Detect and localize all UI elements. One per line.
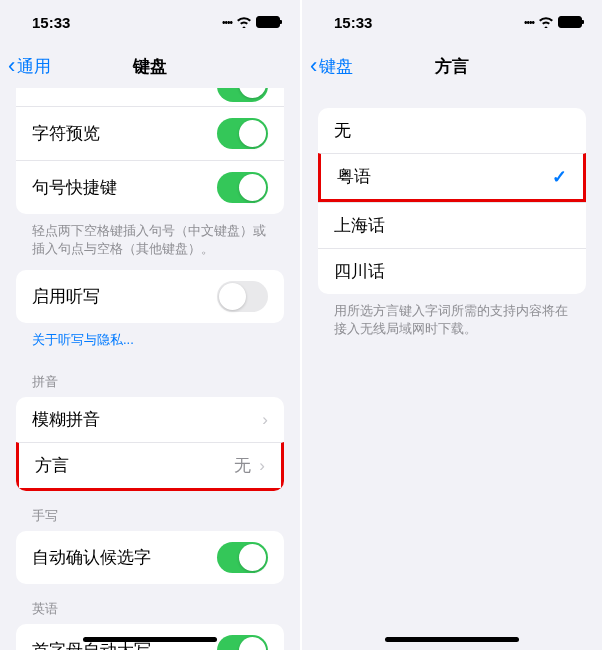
screen-dialect-select: 15:33 •••• ‹ 键盘 方言 无 粤语 ✓ 上海话 四川话 bbox=[302, 0, 602, 650]
chevron-left-icon: ‹ bbox=[310, 53, 317, 79]
toggle-period-shortcut[interactable] bbox=[217, 172, 268, 203]
option-none[interactable]: 无 bbox=[318, 108, 586, 153]
home-indicator[interactable] bbox=[83, 637, 217, 642]
label-char-preview: 字符预览 bbox=[32, 122, 100, 145]
page-title: 键盘 bbox=[133, 55, 167, 78]
label-none: 无 bbox=[334, 119, 351, 142]
label-fuzzy-pinyin: 模糊拼音 bbox=[32, 408, 100, 431]
screen-keyboard-settings: 15:33 •••• ‹ 通用 键盘 字符预览 句号快捷键 bbox=[0, 0, 300, 650]
dictation-privacy-link[interactable]: 关于听写与隐私... bbox=[0, 323, 300, 357]
battery-icon bbox=[558, 16, 582, 28]
chevron-right-icon: › bbox=[259, 456, 265, 476]
group-pinyin: 模糊拼音 › 方言 无 › bbox=[16, 397, 284, 491]
back-button[interactable]: ‹ 键盘 bbox=[310, 53, 353, 79]
group-general: 字符预览 句号快捷键 bbox=[16, 88, 284, 214]
status-icons: •••• bbox=[524, 16, 582, 28]
toggle-enable-dictation[interactable] bbox=[217, 281, 268, 312]
row-auto-confirm: 自动确认候选字 bbox=[16, 531, 284, 584]
label-dialect: 方言 bbox=[35, 454, 69, 477]
nav-bar: ‹ 通用 键盘 bbox=[0, 44, 300, 88]
page-title: 方言 bbox=[435, 55, 469, 78]
cellular-icon: •••• bbox=[222, 17, 232, 28]
note-dialect: 用所选方言键入字词所需的支持内容将在接入无线局域网时下载。 bbox=[302, 294, 602, 350]
chevron-right-icon: › bbox=[262, 410, 268, 430]
cellular-icon: •••• bbox=[524, 17, 534, 28]
status-time: 15:33 bbox=[32, 14, 70, 31]
row-period-shortcut: 句号快捷键 bbox=[16, 160, 284, 214]
group-dictation: 启用听写 bbox=[16, 270, 284, 323]
option-shanghainese[interactable]: 上海话 bbox=[318, 202, 586, 248]
label-sichuanese: 四川话 bbox=[334, 260, 385, 283]
value-dialect: 无 bbox=[234, 454, 251, 477]
chevron-left-icon: ‹ bbox=[8, 53, 15, 79]
battery-icon bbox=[256, 16, 280, 28]
group-handwriting: 自动确认候选字 bbox=[16, 531, 284, 584]
nav-bar: ‹ 键盘 方言 bbox=[302, 44, 602, 88]
wifi-icon bbox=[236, 16, 252, 28]
toggle-auto-cap[interactable] bbox=[217, 635, 268, 650]
option-sichuanese[interactable]: 四川话 bbox=[318, 248, 586, 294]
toggle-char-preview[interactable] bbox=[217, 118, 268, 149]
checkmark-icon: ✓ bbox=[552, 166, 567, 188]
label-period-shortcut: 句号快捷键 bbox=[32, 176, 117, 199]
label-shanghainese: 上海话 bbox=[334, 214, 385, 237]
header-english: 英语 bbox=[0, 584, 300, 624]
row-fuzzy-pinyin[interactable]: 模糊拼音 › bbox=[16, 397, 284, 442]
status-icons: •••• bbox=[222, 16, 280, 28]
content: 字符预览 句号快捷键 轻点两下空格键插入句号（中文键盘）或插入句点与空格（其他键… bbox=[0, 88, 300, 650]
row-dialect[interactable]: 方言 无 › bbox=[16, 442, 284, 491]
toggle-auto-confirm[interactable] bbox=[217, 542, 268, 573]
toggle-peek[interactable] bbox=[217, 88, 268, 102]
label-auto-confirm: 自动确认候选字 bbox=[32, 546, 151, 569]
label-cantonese: 粤语 bbox=[337, 165, 371, 188]
back-label: 通用 bbox=[17, 55, 51, 78]
label-enable-dictation: 启用听写 bbox=[32, 285, 100, 308]
header-handwriting: 手写 bbox=[0, 491, 300, 531]
header-pinyin: 拼音 bbox=[0, 357, 300, 397]
option-cantonese[interactable]: 粤语 ✓ bbox=[318, 153, 586, 202]
home-indicator[interactable] bbox=[385, 637, 519, 642]
status-bar: 15:33 •••• bbox=[0, 0, 300, 44]
row-peek bbox=[16, 88, 284, 106]
note-period: 轻点两下空格键插入句号（中文键盘）或插入句点与空格（其他键盘）。 bbox=[0, 214, 300, 270]
row-trail: 无 › bbox=[234, 454, 265, 477]
group-dialect-options: 无 粤语 ✓ 上海话 四川话 bbox=[318, 108, 586, 294]
row-char-preview: 字符预览 bbox=[16, 106, 284, 160]
status-time: 15:33 bbox=[334, 14, 372, 31]
back-button[interactable]: ‹ 通用 bbox=[8, 53, 51, 79]
status-bar: 15:33 •••• bbox=[302, 0, 602, 44]
content: 无 粤语 ✓ 上海话 四川话 用所选方言键入字词所需的支持内容将在接入无线局域网… bbox=[302, 88, 602, 350]
back-label: 键盘 bbox=[319, 55, 353, 78]
wifi-icon bbox=[538, 16, 554, 28]
row-enable-dictation: 启用听写 bbox=[16, 270, 284, 323]
